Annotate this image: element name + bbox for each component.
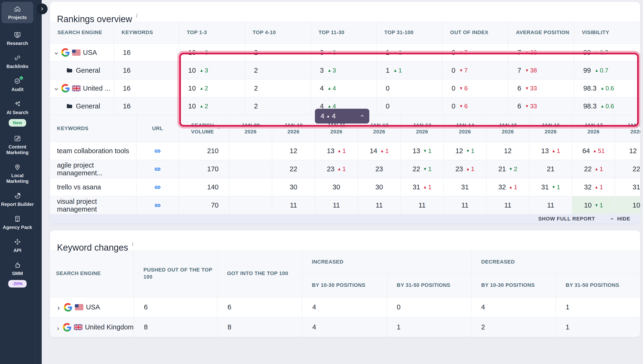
popup-value: 4▲4 <box>320 112 336 120</box>
link-icon[interactable] <box>154 147 162 155</box>
cell-value: 11 <box>333 202 340 209</box>
cell-value: 31 <box>413 183 420 191</box>
info-icon[interactable]: i <box>136 12 138 18</box>
sub-column-header: BY 31-50 POSITIONS <box>556 274 640 297</box>
cell-value: 2 <box>254 84 258 92</box>
increased-group-header: INCREASED <box>302 250 471 274</box>
position-cell: 12▼1 <box>444 142 487 160</box>
chevron-down-icon[interactable] <box>54 86 59 91</box>
keyword-name: trello vs asana <box>57 183 101 191</box>
keyword-changes-row[interactable]: USA664041 <box>50 297 640 317</box>
value-cell: 2 <box>245 44 311 61</box>
keyword-row[interactable]: agile project management...1702223▲12322… <box>50 160 640 178</box>
link-icon[interactable] <box>154 183 162 191</box>
triangle-down-icon: ▼ <box>459 68 463 72</box>
delta-value: 2 <box>205 102 208 110</box>
changes-value-cell: 1 <box>556 298 640 317</box>
changes-value-cell: 0 <box>387 298 472 317</box>
column-header: SEARCH ENGINE <box>50 22 114 43</box>
cell-value: 22 <box>633 165 640 173</box>
link-icon[interactable] <box>154 202 162 210</box>
search-volume-column-header[interactable]: SEARCHVOLUME <box>179 115 229 142</box>
rankings-row[interactable]: USA1610▲323▲31▲10▼77▼3899▲0.7 <box>50 43 640 61</box>
sidebar-expand-button[interactable] <box>37 4 48 14</box>
search-engine-cell: USA <box>50 298 134 317</box>
position-cell: 10 <box>615 196 640 214</box>
sidebar-item-research[interactable]: Research <box>1 31 34 46</box>
show-full-report-button[interactable]: SHOW FULL REPORT <box>537 216 596 222</box>
delta-value: 6 <box>464 102 468 110</box>
position-cell: 11 <box>529 196 572 214</box>
value-cell: 0▼6 <box>443 80 508 97</box>
changes-value-cell: 8 <box>134 318 218 337</box>
sidebar-item-local-marketing[interactable]: Local Marketing <box>1 163 34 184</box>
chevron-up-icon[interactable] <box>360 114 365 119</box>
keyword-changes-row[interactable]: United Kingdom884121 <box>50 317 640 337</box>
triangle-up-icon: ▲ <box>593 149 597 153</box>
chevron-right-icon[interactable] <box>56 325 60 330</box>
keyword-row[interactable]: trello vs asana14030303031▲13132▲131▼132… <box>50 178 640 196</box>
info-icon[interactable]: i <box>132 241 134 247</box>
position-delta: ▲4 <box>328 85 336 92</box>
position-cell: 64▲51 <box>572 142 615 160</box>
sidebar-item-api[interactable]: API <box>1 238 34 253</box>
position-cell: 12▼ <box>615 142 640 160</box>
rankings-row[interactable]: General1610▲323▲31▲10▼77▼3899▲0.7 <box>50 61 640 79</box>
position-delta: ▲1 <box>337 166 346 173</box>
position-cell: 32▲1 <box>572 178 615 196</box>
cell-value: 3 <box>320 49 324 56</box>
uk-flag-icon <box>72 86 81 91</box>
keyword-row[interactable]: visual project management701111111111111… <box>50 196 640 214</box>
chevron-right-icon[interactable] <box>56 305 61 310</box>
delta-value: 3 <box>333 49 336 56</box>
link-icon[interactable] <box>154 165 162 173</box>
keyword-name-cell: team collaboration tools <box>50 142 137 160</box>
position-delta: ▲3 <box>328 67 336 74</box>
sidebar-item-projects[interactable]: Projects <box>2 2 33 23</box>
triangle-down-icon: ▼ <box>552 185 556 189</box>
sidebar-item-content-marketing[interactable]: Content Marketing <box>1 134 34 155</box>
rankings-row[interactable]: United ...1610▲224▲400▼66▼3398.3▲0.6 <box>50 79 640 97</box>
position-cell: 31 <box>444 178 487 196</box>
research-icon <box>14 31 21 38</box>
sidebar-item-smm[interactable]: SMM-20% <box>1 261 34 288</box>
triangle-up-icon: ▲ <box>199 68 203 72</box>
sidebar-item-agency-pack[interactable]: Agency Pack <box>1 215 34 230</box>
keyword-name-cell: agile project management... <box>50 160 137 178</box>
keyword-changes-table: SEARCH ENGINEPUSHED OUT OF THE TOP 100GO… <box>50 250 640 337</box>
value-cell: 99▲0.7 <box>574 44 640 61</box>
position-change-popup[interactable]: 4▲4 <box>315 109 369 124</box>
value-cell: 6▼33 <box>508 80 574 97</box>
delta-value: 1 <box>343 147 346 154</box>
us-flag-icon <box>72 50 81 56</box>
sidebar-item-backlinks[interactable]: Backlinks <box>1 54 34 69</box>
position-cell: 22 <box>615 160 640 178</box>
position-delta: ▲1 <box>509 184 517 191</box>
sidebar-item-report-builder[interactable]: Report Builder <box>1 192 34 207</box>
date-column-header: JAN-152026 <box>487 115 529 142</box>
sidebar-item-audit[interactable]: Audit <box>1 77 34 92</box>
google-icon <box>63 323 71 332</box>
triangle-down-icon: ▼ <box>509 167 513 171</box>
triangle-up-icon: ▲ <box>594 167 598 171</box>
sidebar-item-ai-search[interactable]: AI SearchNew <box>1 100 34 126</box>
chevron-down-icon[interactable] <box>54 50 59 55</box>
audit-icon <box>14 77 21 85</box>
pushed-out-column-header: PUSHED OUT OF THE TOP 100 <box>134 250 218 297</box>
column-header: VISIBILITY <box>574 22 640 43</box>
hide-button[interactable]: HIDE <box>608 216 632 222</box>
column-header: TOP 4-10 <box>245 22 311 43</box>
thumb-icon <box>14 261 21 269</box>
keyword-row[interactable]: team collaboration tools2101213▲114▲113▼… <box>50 142 640 160</box>
position-delta: ▲2 <box>199 85 208 92</box>
position-delta: ▲1 <box>466 166 474 173</box>
value-cell: 2 <box>245 80 311 97</box>
position-delta: ▲1 <box>393 49 402 56</box>
cell-value: 98.3 <box>583 84 596 92</box>
cell-value: 98.3 <box>583 102 596 110</box>
position-cell: 14▲1 <box>358 142 401 160</box>
rankings-table: SEARCH ENGINEKEYWORDSTOP 1-3TOP 4-10TOP … <box>50 22 640 115</box>
app-root: ProjectsResearchBacklinksAuditAI SearchN… <box>0 0 643 364</box>
delta-value: 0.6 <box>605 85 614 92</box>
google-icon <box>61 48 70 57</box>
